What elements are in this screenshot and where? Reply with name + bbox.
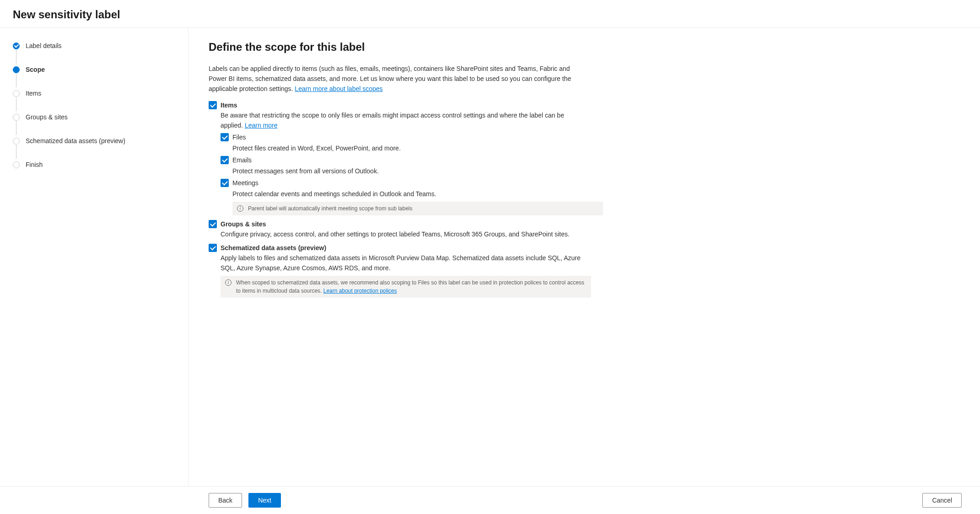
items-checkbox[interactable] <box>209 101 217 109</box>
wizard-main-panel: Define the scope for this label Labels c… <box>188 28 980 486</box>
cancel-button[interactable]: Cancel <box>922 493 962 508</box>
meetings-info-box: i Parent label will automatically inheri… <box>232 202 603 215</box>
step-label: Schematized data assets (preview) <box>26 137 125 145</box>
step-label: Label details <box>26 42 62 49</box>
protection-policies-link[interactable]: Learn about protection polices <box>323 288 397 294</box>
back-button[interactable]: Back <box>209 493 242 508</box>
step-pending-icon <box>13 138 20 145</box>
emails-desc: Protect messages sent from all versions … <box>232 166 962 176</box>
meetings-info-text: Parent label will automatically inherit … <box>248 204 413 213</box>
schematized-info-box: i When scoped to schematized data assets… <box>221 276 591 298</box>
step-pending-icon <box>13 161 20 168</box>
option-schematized: Schematized data assets (preview) Apply … <box>209 244 962 298</box>
option-items: Items Be aware that restricting the scop… <box>209 101 962 215</box>
dialog-header: New sensitivity label <box>0 0 980 28</box>
step-groups-sites[interactable]: Groups & sites <box>13 113 179 137</box>
wizard-footer: Back Next Cancel <box>0 486 980 514</box>
files-checkbox[interactable] <box>221 133 229 141</box>
step-pending-icon <box>13 114 20 121</box>
files-desc: Protect files created in Word, Excel, Po… <box>232 143 962 153</box>
emails-label: Emails <box>232 156 252 164</box>
panel-heading: Define the scope for this label <box>209 41 962 54</box>
step-label: Items <box>26 90 41 97</box>
dialog-title: New sensitivity label <box>13 8 967 21</box>
panel-description: Labels can be applied directly to items … <box>209 64 588 94</box>
learn-scopes-link[interactable]: Learn more about label scopes <box>295 85 382 92</box>
step-active-icon <box>13 66 20 73</box>
step-schematized-data-assets[interactable]: Schematized data assets (preview) <box>13 137 179 161</box>
items-desc: Be aware that restricting the scope to o… <box>221 110 587 130</box>
groups-desc: Configure privacy, access control, and o… <box>221 229 587 239</box>
items-learn-more-link[interactable]: Learn more <box>245 122 278 129</box>
meetings-desc: Protect calendar events and meetings sch… <box>232 189 962 199</box>
meetings-label: Meetings <box>232 179 258 187</box>
info-icon: i <box>225 279 232 286</box>
emails-checkbox[interactable] <box>221 156 229 164</box>
step-label: Scope <box>26 66 45 73</box>
info-icon: i <box>237 205 243 212</box>
step-completed-icon <box>13 43 20 49</box>
step-scope[interactable]: Scope <box>13 65 179 89</box>
items-label: Items <box>221 101 962 109</box>
step-finish[interactable]: Finish <box>13 161 179 169</box>
meetings-checkbox[interactable] <box>221 179 229 187</box>
schematized-checkbox[interactable] <box>209 244 217 252</box>
wizard-sidebar: Label details Scope Items Groups & sites… <box>0 28 188 486</box>
step-label-details[interactable]: Label details <box>13 42 179 65</box>
option-groups-sites: Groups & sites Configure privacy, access… <box>209 220 962 239</box>
step-label: Groups & sites <box>26 113 68 121</box>
files-label: Files <box>232 133 246 141</box>
schematized-label: Schematized data assets (preview) <box>221 244 962 252</box>
step-items[interactable]: Items <box>13 89 179 113</box>
schematized-desc: Apply labels to files and schematized da… <box>221 253 587 273</box>
step-label: Finish <box>26 161 43 168</box>
next-button[interactable]: Next <box>248 493 281 508</box>
groups-checkbox[interactable] <box>209 220 217 228</box>
schematized-info-text: When scoped to schematized data assets, … <box>236 279 584 294</box>
groups-label: Groups & sites <box>221 220 962 228</box>
step-pending-icon <box>13 90 20 97</box>
